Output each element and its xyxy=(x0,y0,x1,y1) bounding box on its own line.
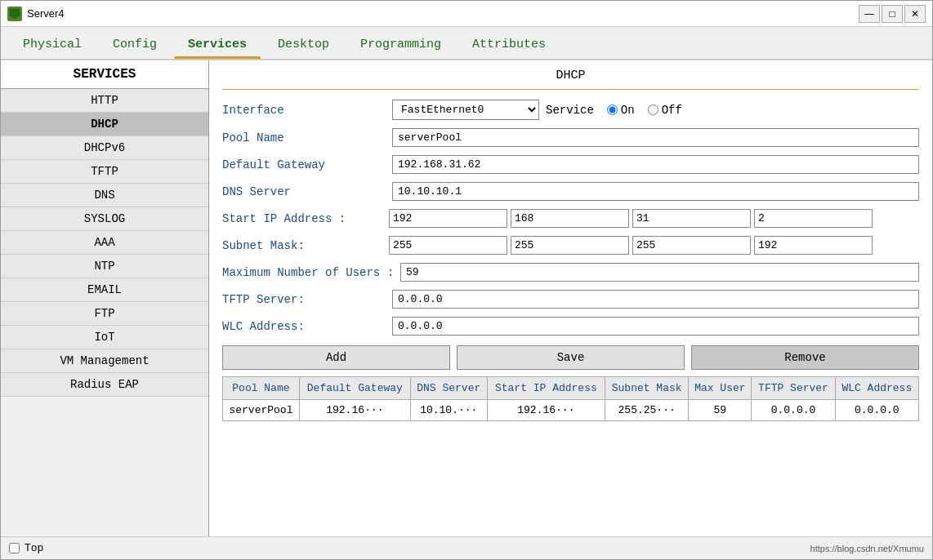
col-max-user: Max User xyxy=(689,377,752,400)
sidebar-item-dhcp[interactable]: DHCP xyxy=(1,113,208,136)
top-label: Top xyxy=(25,542,43,554)
service-on-text: On xyxy=(621,104,635,117)
remove-button[interactable]: Remove xyxy=(691,345,919,370)
footer-link: https://blog.csdn.net/Xmumu xyxy=(810,544,924,553)
sidebar-item-tftp[interactable]: TFTP xyxy=(1,160,208,184)
dns-server-label: DNS Server xyxy=(222,185,386,198)
service-off-text: Off xyxy=(662,104,682,117)
svg-rect-1 xyxy=(12,16,17,18)
subnet-mask-0[interactable] xyxy=(389,236,507,255)
maximize-button[interactable]: □ xyxy=(882,5,903,23)
service-on-radio[interactable] xyxy=(607,104,618,115)
sidebar: SERVICES HTTP DHCP DHCPv6 TFTP DNS SYSLO… xyxy=(1,60,209,536)
dhcp-table: Pool Name Default Gateway DNS Server Sta… xyxy=(222,376,919,421)
col-default-gateway: Default Gateway xyxy=(299,377,410,400)
col-start-ip: Start IP Address xyxy=(487,377,605,400)
start-ip-0[interactable] xyxy=(389,209,507,228)
titlebar: Server4 — □ ✕ xyxy=(1,1,932,27)
sidebar-item-ntp[interactable]: NTP xyxy=(1,255,208,278)
tab-services[interactable]: Services xyxy=(174,32,261,59)
subnet-mask-3[interactable] xyxy=(754,236,873,255)
sidebar-item-dns[interactable]: DNS xyxy=(1,184,208,207)
sidebar-item-email[interactable]: EMAIL xyxy=(1,278,208,302)
pool-name-label: Pool Name xyxy=(222,131,386,144)
max-users-input[interactable] xyxy=(400,263,919,282)
sidebar-item-syslog[interactable]: SYSLOG xyxy=(1,207,208,231)
service-label: Service xyxy=(546,104,594,117)
svg-rect-2 xyxy=(11,18,19,19)
default-gateway-input[interactable] xyxy=(392,155,919,174)
main-content: SERVICES HTTP DHCP DHCPv6 TFTP DNS SYSLO… xyxy=(1,60,932,536)
table-row[interactable]: serverPool192.16···10.10.···192.16···255… xyxy=(223,400,919,421)
default-gateway-label: Default Gateway xyxy=(222,158,386,171)
sidebar-list: HTTP DHCP DHCPv6 TFTP DNS SYSLOG AAA NTP… xyxy=(1,89,208,536)
interface-select[interactable]: FastEthernet0 FastEthernet1 xyxy=(392,100,539,120)
add-button[interactable]: Add xyxy=(222,345,450,370)
tab-programming[interactable]: Programming xyxy=(346,32,455,59)
pool-name-input[interactable] xyxy=(392,128,919,147)
window-controls: — □ ✕ xyxy=(859,5,926,23)
wlc-address-row: WLC Address: xyxy=(222,317,919,336)
sidebar-header: SERVICES xyxy=(1,60,208,89)
wlc-address-label: WLC Address: xyxy=(222,320,386,333)
col-subnet-mask: Subnet Mask xyxy=(605,377,689,400)
app-icon xyxy=(7,7,22,21)
button-row: Add Save Remove xyxy=(222,345,919,370)
interface-row: Interface FastEthernet0 FastEthernet1 Se… xyxy=(222,100,919,120)
tab-attributes[interactable]: Attributes xyxy=(458,32,560,59)
service-on-label[interactable]: On xyxy=(607,104,635,117)
tab-config[interactable]: Config xyxy=(99,32,171,59)
max-users-row: Maximum Number of Users : xyxy=(222,263,919,282)
wlc-address-input[interactable] xyxy=(392,317,919,336)
content-panel: DHCP Interface FastEthernet0 FastEtherne… xyxy=(209,60,932,536)
col-pool-name: Pool Name xyxy=(223,377,300,400)
subnet-mask-row: Subnet Mask: xyxy=(222,236,919,255)
start-ip-2[interactable] xyxy=(632,209,751,228)
col-dns-server: DNS Server xyxy=(410,377,487,400)
start-ip-1[interactable] xyxy=(511,209,629,228)
sidebar-item-http[interactable]: HTTP xyxy=(1,89,208,113)
sidebar-item-aaa[interactable]: AAA xyxy=(1,231,208,255)
col-tftp-server: TFTP Server xyxy=(752,377,835,400)
tftp-server-row: TFTP Server: xyxy=(222,290,919,309)
top-checkbox[interactable] xyxy=(9,543,20,553)
save-button[interactable]: Save xyxy=(457,345,685,370)
interface-label: Interface xyxy=(222,104,386,117)
sidebar-item-radius-eap[interactable]: Radius EAP xyxy=(1,373,208,397)
dns-server-input[interactable] xyxy=(392,182,919,201)
pool-name-row: Pool Name xyxy=(222,128,919,147)
subnet-mask-label: Subnet Mask: xyxy=(222,239,386,252)
tftp-server-input[interactable] xyxy=(392,290,919,309)
sidebar-item-dhcpv6[interactable]: DHCPv6 xyxy=(1,136,208,160)
start-ip-row: Start IP Address : xyxy=(222,209,919,228)
start-ip-label: Start IP Address : xyxy=(222,212,386,225)
dns-server-row: DNS Server xyxy=(222,182,919,201)
window-title: Server4 xyxy=(27,7,859,20)
minimize-button[interactable]: — xyxy=(859,5,880,23)
close-button[interactable]: ✕ xyxy=(904,5,926,23)
max-users-label: Maximum Number of Users : xyxy=(222,266,394,279)
start-ip-3[interactable] xyxy=(754,209,873,228)
footer: Top https://blog.csdn.net/Xmumu xyxy=(1,536,932,559)
service-radio-group: Service On Off xyxy=(546,104,682,117)
svg-rect-0 xyxy=(10,9,20,16)
default-gateway-row: Default Gateway xyxy=(222,155,919,174)
sidebar-item-vm-management[interactable]: VM Management xyxy=(1,349,208,373)
subnet-mask-2[interactable] xyxy=(632,236,751,255)
main-window: Server4 — □ ✕ Physical Config Services D… xyxy=(0,0,933,560)
subnet-mask-1[interactable] xyxy=(511,236,629,255)
tab-desktop[interactable]: Desktop xyxy=(264,32,343,59)
top-checkbox-group: Top xyxy=(9,542,43,554)
col-wlc-address: WLC Address xyxy=(835,377,918,400)
tftp-server-label: TFTP Server: xyxy=(222,293,386,306)
service-off-label[interactable]: Off xyxy=(648,104,682,117)
sidebar-item-ftp[interactable]: FTP xyxy=(1,302,208,326)
tab-physical[interactable]: Physical xyxy=(9,32,96,59)
nav-tabs: Physical Config Services Desktop Program… xyxy=(1,27,932,60)
sidebar-item-iot[interactable]: IoT xyxy=(1,326,208,349)
panel-title: DHCP xyxy=(222,69,919,90)
service-off-radio[interactable] xyxy=(648,104,658,115)
